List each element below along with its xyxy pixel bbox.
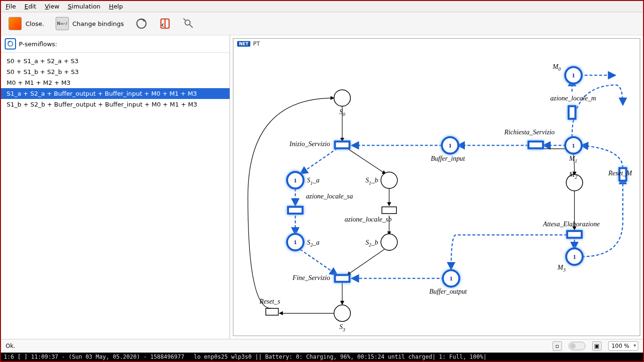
svg-text:Attesa_Elaborazione: Attesa_Elaborazione xyxy=(543,220,600,228)
zoom-in-button[interactable]: ▣ xyxy=(592,341,602,351)
semiflows-panel: P-semiflows: S0 + S1_a + S2_a + S3 S0 + … xyxy=(1,35,230,339)
svg-text:S1_b: S1_b xyxy=(365,176,378,185)
svg-text:Richiesta_Servizio: Richiesta_Servizio xyxy=(504,128,555,136)
svg-text:1: 1 xyxy=(572,72,575,79)
svg-text:azione_locale_m: azione_locale_m xyxy=(550,94,596,102)
toolbar-icon-2[interactable] xyxy=(159,17,171,30)
toolbar-icon-3[interactable] xyxy=(182,17,195,30)
svg-rect-19 xyxy=(569,106,575,119)
svg-rect-13 xyxy=(335,275,350,281)
zoom-out-button[interactable]: ▫ xyxy=(553,341,562,351)
svg-text:S3: S3 xyxy=(339,323,345,332)
svg-text:S2_a: S2_a xyxy=(307,239,320,247)
svg-rect-7 xyxy=(335,141,350,148)
zoom-combo[interactable]: 100 % xyxy=(608,341,638,351)
svg-point-35 xyxy=(381,234,397,250)
svg-text:Inizio_Servizio: Inizio_Servizio xyxy=(289,140,330,148)
svg-line-5 xyxy=(183,18,185,20)
svg-point-30 xyxy=(381,172,397,189)
svg-text:Reset_M: Reset_M xyxy=(608,169,632,177)
svg-rect-17 xyxy=(528,141,543,148)
svg-text:azione_locale_sa: azione_locale_sa xyxy=(306,192,353,200)
status-right: ▫ ▣ 100 % xyxy=(553,341,638,351)
svg-rect-9 xyxy=(288,207,303,214)
svg-rect-15 xyxy=(266,308,279,315)
panel-header: P-semiflows: xyxy=(1,35,230,53)
status-text: Ok. xyxy=(6,343,15,349)
sys-mid: lo enp0s25 wlp3s0 || Battery: 0: Chargin… xyxy=(194,354,487,360)
toolbar-icon-1[interactable] xyxy=(135,17,148,30)
svg-text:Fine_Servizio: Fine_Servizio xyxy=(292,274,330,281)
svg-point-0 xyxy=(137,19,146,28)
list-item[interactable]: S1_b + S2_b + Buffer_output + Buffer_inp… xyxy=(1,99,230,110)
semiflows-list[interactable]: S0 + S1_a + S2_a + S3 S0 + S1_b + S2_b +… xyxy=(1,53,230,339)
statusbar: Ok. ▫ ▣ 100 % xyxy=(1,339,643,353)
sys-left: 1:6 [ ] 11:09:37 - (Sun 03 May, 05.2020)… xyxy=(4,354,184,360)
menu-edit[interactable]: Edit xyxy=(25,3,36,10)
svg-text:Buffer_output: Buffer_output xyxy=(429,288,468,296)
svg-rect-21 xyxy=(567,231,582,238)
menu-view[interactable]: View xyxy=(45,3,59,10)
list-item[interactable]: S0 + S1_a + S2_a + S3 xyxy=(1,56,230,66)
list-item[interactable]: S0 + S1_b + S2_b + S3 xyxy=(1,66,230,77)
canvas-panel: NET PT xyxy=(230,35,643,339)
toolbar: Close. N=·/ Change bindings xyxy=(1,12,643,35)
svg-text:1: 1 xyxy=(449,275,453,282)
view-toggle[interactable] xyxy=(569,342,586,350)
canvas-frame: NET PT xyxy=(233,38,640,336)
svg-point-25 xyxy=(334,90,350,106)
svg-text:Buffer_input: Buffer_input xyxy=(431,155,466,162)
semiflows-icon xyxy=(5,38,16,49)
canvas-title-bar: NET PT xyxy=(233,39,640,49)
menu-file[interactable]: File xyxy=(6,3,16,10)
svg-text:1: 1 xyxy=(294,239,297,246)
close-button[interactable]: Close. xyxy=(8,17,44,30)
svg-line-4 xyxy=(190,25,193,27)
svg-text:M3: M3 xyxy=(557,263,566,272)
net-icon: NET xyxy=(237,41,250,47)
svg-text:1: 1 xyxy=(294,177,297,184)
svg-text:azione_locale_sb: azione_locale_sb xyxy=(345,215,392,223)
menubar: File Edit View Simulation Help xyxy=(1,1,643,12)
svg-text:M0: M0 xyxy=(552,63,561,72)
svg-point-3 xyxy=(185,20,190,25)
list-item[interactable]: S1_a + S2_a + Buffer_output + Buffer_inp… xyxy=(1,88,230,99)
list-item[interactable]: M0 + M1 + M2 + M3 xyxy=(1,77,230,88)
canvas-title: PT xyxy=(253,41,260,47)
system-bar: 1:6 [ ] 11:09:37 - (Sun 03 May, 05.2020)… xyxy=(1,353,643,361)
panel-title: P-semiflows: xyxy=(19,41,57,48)
close-icon xyxy=(8,17,22,30)
svg-text:1: 1 xyxy=(448,142,452,149)
svg-text:M1: M1 xyxy=(569,155,577,164)
svg-rect-11 xyxy=(382,207,396,214)
petri-net-canvas[interactable]: Inizio_Servizio azione_locale_sa azione_… xyxy=(233,49,640,336)
menu-simulation[interactable]: Simulation xyxy=(68,3,100,10)
bindings-icon: N=·/ xyxy=(56,17,69,30)
bindings-label: Change bindings xyxy=(73,20,124,27)
change-bindings-button[interactable]: N=·/ Change bindings xyxy=(56,17,124,30)
svg-point-37 xyxy=(334,305,350,321)
main-area: P-semiflows: S0 + S1_a + S2_a + S3 S0 + … xyxy=(1,35,643,339)
svg-text:S2_b: S2_b xyxy=(365,239,378,247)
svg-text:1: 1 xyxy=(572,142,575,149)
svg-text:1: 1 xyxy=(573,253,576,260)
menu-help[interactable]: Help xyxy=(109,3,123,10)
svg-text:Reset_s: Reset_s xyxy=(259,297,280,305)
svg-text:S1_a: S1_a xyxy=(307,176,320,185)
close-label: Close. xyxy=(25,20,44,27)
